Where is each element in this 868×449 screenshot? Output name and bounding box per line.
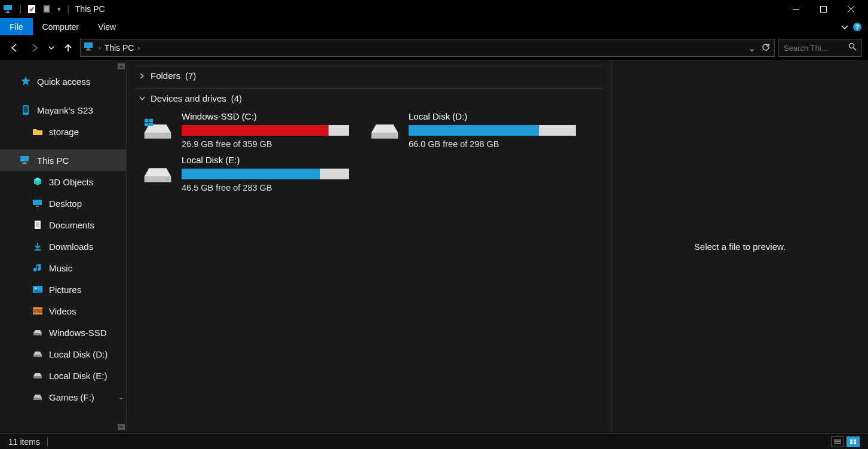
sidebar-item-desktop[interactable]: Desktop	[0, 193, 126, 214]
cube-icon	[32, 176, 43, 187]
doc-icon	[32, 219, 43, 230]
sidebar-item-games-f-[interactable]: Games (F:)⌄	[0, 386, 126, 408]
svg-rect-19	[20, 156, 29, 161]
svg-rect-44	[145, 119, 149, 123]
nav-tree: Quick accessMayank's S23storageThis PC3D…	[0, 60, 127, 433]
svg-rect-57	[850, 442, 852, 444]
drive-item[interactable]: Local Disk (E:)46.5 GB free of 283 GB	[141, 155, 356, 193]
sidebar-item-3d-objects[interactable]: 3D Objects	[0, 171, 126, 193]
sidebar-item-this-pc[interactable]: This PC	[0, 149, 126, 171]
folder-icon	[32, 126, 43, 137]
recent-locations-button[interactable]	[47, 39, 56, 56]
sidebar-item-local-disk-d-[interactable]: Local Disk (D:)	[0, 343, 126, 365]
group-devices[interactable]: Devices and drives (4)	[135, 88, 603, 108]
close-button[interactable]	[837, 0, 864, 18]
tab-file[interactable]: File	[0, 18, 33, 35]
drive-usage-bar	[182, 169, 349, 179]
group-devices-count: (4)	[231, 93, 242, 103]
search-box[interactable]	[778, 39, 862, 57]
sidebar-item-music[interactable]: Music	[0, 257, 126, 279]
sidebar-item-label: Videos	[49, 306, 76, 316]
breadcrumb-this-pc[interactable]: This PC	[105, 43, 134, 53]
minimize-button[interactable]	[782, 0, 809, 18]
tab-view[interactable]: View	[88, 18, 125, 35]
group-devices-label: Devices and drives	[151, 93, 226, 103]
sidebar-item-pictures[interactable]: Pictures	[0, 279, 126, 300]
preview-message: Select a file to preview.	[694, 242, 786, 252]
pictures-icon	[32, 284, 43, 295]
up-button[interactable]	[60, 39, 76, 56]
pc-icon	[4, 4, 14, 14]
back-button[interactable]	[6, 39, 23, 56]
ribbon-expand-icon[interactable]	[841, 23, 849, 31]
svg-rect-12	[84, 42, 93, 48]
sidebar-item-downloads[interactable]: Downloads	[0, 236, 126, 257]
star-icon	[20, 76, 31, 87]
svg-rect-0	[4, 5, 12, 10]
drive-icon	[141, 115, 174, 148]
qat-dropdown-icon[interactable]	[42, 4, 53, 14]
refresh-button[interactable]	[762, 42, 771, 54]
sidebar-item-label: 3D Objects	[49, 177, 93, 187]
chevron-right-icon[interactable]: ›	[99, 44, 101, 51]
svg-point-51	[167, 178, 168, 180]
svg-line-16	[854, 48, 856, 50]
music-icon	[32, 262, 43, 273]
sidebar-item-label: Windows-SSD	[49, 328, 107, 338]
chevron-down-icon[interactable]: ⌄	[118, 393, 124, 401]
scroll-up-button[interactable]	[118, 63, 125, 69]
scroll-down-button[interactable]	[118, 424, 125, 430]
status-bar: 11 items	[0, 433, 868, 449]
svg-point-35	[40, 334, 41, 335]
sidebar-item-label: storage	[49, 127, 79, 137]
sidebar-item-label: Downloads	[49, 242, 93, 252]
svg-rect-55	[850, 439, 852, 442]
desktop-icon	[32, 198, 43, 209]
svg-point-43	[167, 135, 168, 136]
svg-point-15	[849, 44, 854, 48]
search-icon[interactable]	[848, 42, 857, 53]
status-divider	[47, 437, 48, 447]
sidebar-item-quick-access[interactable]: Quick access	[0, 71, 126, 92]
videos-icon	[32, 306, 43, 316]
svg-rect-20	[23, 162, 26, 163]
svg-rect-14	[86, 50, 91, 51]
forward-button[interactable]	[26, 39, 43, 56]
sidebar-item-local-disk-e-[interactable]: Local Disk (E:)	[0, 365, 126, 386]
svg-text:?: ?	[855, 23, 860, 30]
address-bar[interactable]: › This PC › ⌄	[80, 39, 775, 57]
sidebar-item-windows-ssd[interactable]: Windows-SSD	[0, 322, 126, 343]
sidebar-item-storage[interactable]: storage	[0, 121, 126, 142]
sidebar-item-mayank-s-s23[interactable]: Mayank's S23	[0, 99, 126, 121]
drive-item[interactable]: Local Disk (D:)66.0 GB free of 298 GB	[368, 111, 583, 149]
drive-item[interactable]: Windows-SSD (C:)26.9 GB free of 359 GB	[141, 111, 356, 149]
chevron-right-icon[interactable]: ›	[137, 44, 140, 51]
svg-rect-7	[820, 6, 826, 12]
group-folders[interactable]: Folders (7)	[135, 66, 603, 85]
drive-icon	[32, 327, 43, 338]
sidebar-item-label: Mayank's S23	[37, 105, 93, 115]
group-folders-label: Folders	[151, 71, 180, 81]
ribbon: File Computer View ?	[0, 18, 868, 36]
drive-free-text: 26.9 GB free of 359 GB	[182, 139, 356, 149]
preview-pane: Select a file to preview.	[611, 60, 868, 433]
drive-icon	[141, 158, 174, 192]
help-icon[interactable]: ?	[852, 22, 862, 32]
sidebar-item-documents[interactable]: Documents	[0, 214, 126, 236]
drive-usage-bar	[182, 125, 349, 136]
svg-rect-56	[854, 439, 856, 442]
view-tiles-button[interactable]	[846, 436, 860, 447]
properties-icon[interactable]	[26, 4, 37, 14]
drive-icon	[32, 392, 43, 402]
tab-computer[interactable]: Computer	[33, 18, 88, 35]
maximize-button[interactable]	[809, 0, 837, 18]
address-dropdown-icon[interactable]: ⌄	[748, 42, 756, 54]
search-input[interactable]	[784, 44, 838, 53]
svg-point-49	[394, 135, 395, 136]
view-details-button[interactable]	[831, 436, 844, 447]
svg-rect-46	[145, 123, 149, 126]
sidebar-item-videos[interactable]: Videos	[0, 300, 126, 322]
phone-icon	[20, 105, 31, 115]
qat-chevron-icon[interactable]: ▾	[57, 5, 61, 13]
svg-rect-18	[24, 106, 28, 113]
